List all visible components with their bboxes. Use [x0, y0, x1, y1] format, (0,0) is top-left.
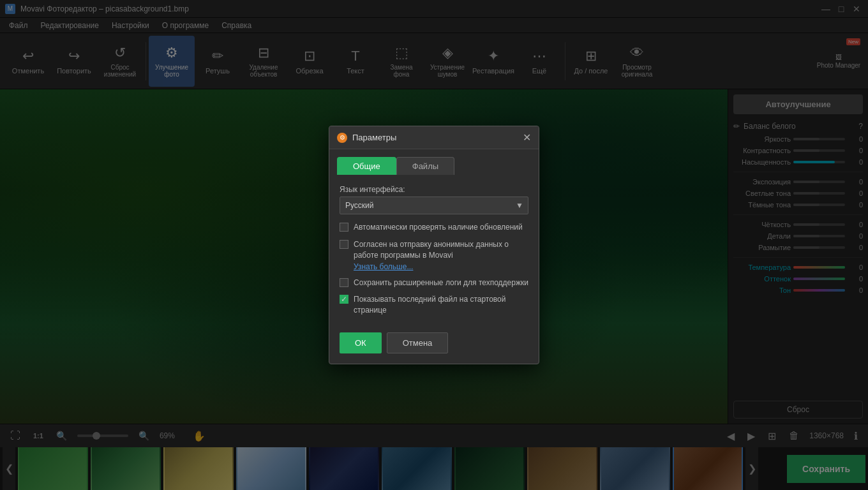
- modal-overlay[interactable]: ⚙ Параметры ✕ Общие Файлы Язык интерфейс…: [0, 0, 868, 490]
- checkbox-analytics-label: Согласен на отправку анонимных данных о …: [354, 240, 509, 260]
- checkbox-last-file[interactable]: ✓: [340, 295, 348, 304]
- modal-title: Параметры: [352, 133, 396, 142]
- modal-close-button[interactable]: ✕: [523, 131, 531, 144]
- modal-header-left: ⚙ Параметры: [337, 133, 396, 143]
- language-group: Язык интерфейса: Русский ▼: [340, 185, 528, 214]
- language-select[interactable]: Русский: [340, 197, 528, 214]
- checkbox-analytics[interactable]: [340, 240, 348, 249]
- checkbox-updates[interactable]: [340, 223, 348, 232]
- checkbox-row-1: Автоматически проверять наличие обновлен…: [340, 222, 528, 233]
- modal-footer: ОК Отмена: [329, 332, 539, 364]
- settings-modal: ⚙ Параметры ✕ Общие Файлы Язык интерфейс…: [329, 126, 539, 364]
- modal-icon: ⚙: [337, 133, 347, 143]
- checkbox-logs[interactable]: [340, 278, 348, 287]
- tab-general[interactable]: Общие: [337, 157, 396, 175]
- modal-tabs: Общие Файлы: [329, 149, 539, 175]
- modal-body: Язык интерфейса: Русский ▼ Автоматически…: [329, 175, 539, 332]
- modal-header: ⚙ Параметры ✕: [329, 126, 539, 149]
- cancel-button[interactable]: Отмена: [387, 332, 449, 353]
- checkbox-row-2: Согласен на отправку анонимных данных о …: [340, 239, 528, 271]
- language-label: Язык интерфейса:: [340, 185, 528, 194]
- checkbox-logs-label: Сохранить расширенные логи для техподдер…: [354, 278, 528, 288]
- checkbox-last-file-label: Показывать последний файл на стартовой с…: [354, 294, 528, 316]
- language-select-wrapper: Русский ▼: [340, 197, 528, 214]
- tab-files[interactable]: Файлы: [396, 157, 454, 175]
- checkbox-updates-label: Автоматически проверять наличие обновлен…: [354, 222, 523, 233]
- checkbox-row-4: ✓ Показывать последний файл на стартовой…: [340, 294, 528, 316]
- ok-button[interactable]: ОК: [340, 332, 382, 353]
- learn-more-link[interactable]: Узнать больше...: [354, 262, 528, 271]
- checkbox-row-3: Сохранить расширенные логи для техподдер…: [340, 278, 528, 288]
